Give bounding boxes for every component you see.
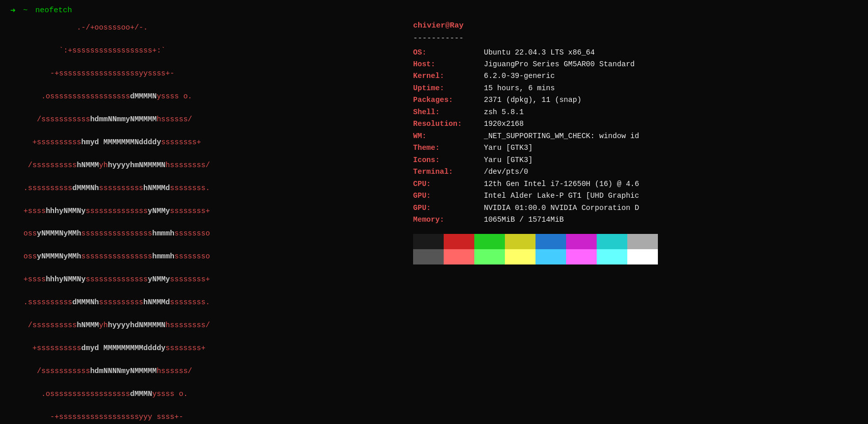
arrow-icon: ➜ (10, 5, 15, 16)
info-val: 2371 (dpkg), 11 (snap) (479, 94, 581, 105)
info-rows: OS: Ubuntu 22.04.3 LTS x86_64Host: Jigua… (413, 47, 858, 226)
color-block (597, 234, 627, 249)
color-block (474, 249, 505, 264)
tilde: ~ (18, 6, 28, 15)
info-row: Kernel: 6.2.0-39-generic (413, 70, 858, 82)
ascii-art: .-/+oossssoo+/-. `:+ssssssssssssssssss+:… (10, 20, 398, 424)
color-blocks (413, 234, 858, 264)
info-key: Uptime: (413, 83, 479, 94)
color-block (597, 249, 627, 264)
info-row: Theme: Yaru [GTK3] (413, 142, 858, 153)
info-key: Terminal: (413, 166, 479, 177)
color-block (566, 249, 597, 264)
info-key: Shell: (413, 107, 479, 118)
info-row: Host: JiguangPro Series GM5AR00 Standard (413, 59, 858, 70)
info-val: 12th Gen Intel i7-12650H (16) @ 4.6 (479, 178, 639, 190)
info-row: WM: _NET_SUPPORTING_WM_CHECK: window id (413, 130, 858, 142)
info-key: Memory: (413, 214, 479, 225)
color-block (535, 234, 566, 249)
info-key: GPU: (413, 202, 479, 214)
info-val: JiguangPro Series GM5AR00 Standard (479, 59, 635, 70)
info-key: Icons: (413, 154, 479, 166)
info-row: GPU: NVIDIA 01:00.0 NVIDIA Corporation D (413, 202, 858, 214)
color-block (413, 234, 444, 249)
info-key: GPU: (413, 190, 479, 201)
color-block (444, 234, 474, 249)
info-val: Ubuntu 22.04.3 LTS x86_64 (479, 47, 595, 58)
hostname: Ray (450, 21, 464, 30)
info-key: OS: (413, 47, 479, 58)
info-val: Yaru [GTK3] (479, 154, 532, 166)
terminal-window: ➜ ~ neofetch .-/+oossssoo+/-. `:+sssssss… (0, 0, 868, 424)
color-row-top (413, 234, 858, 249)
username-line: chivier@Ray (413, 20, 858, 32)
color-block (627, 234, 658, 249)
command-text: neofetch (31, 6, 72, 15)
info-val: Yaru [GTK3] (479, 142, 532, 153)
main-content: .-/+oossssoo+/-. `:+ssssssssssssssssss+:… (10, 20, 858, 424)
info-key: WM: (413, 130, 479, 142)
color-block (413, 249, 444, 264)
info-row: GPU: Intel Alder Lake-P GT1 [UHD Graphic (413, 190, 858, 201)
info-row: Icons: Yaru [GTK3] (413, 154, 858, 166)
info-row: OS: Ubuntu 22.04.3 LTS x86_64 (413, 47, 858, 58)
color-block (444, 249, 474, 264)
info-row: Uptime: 15 hours, 6 mins (413, 83, 858, 94)
info-val: _NET_SUPPORTING_WM_CHECK: window id (479, 130, 639, 142)
color-block (627, 249, 658, 264)
info-val: 1065MiB / 15714MiB (479, 214, 564, 225)
info-val: Intel Alder Lake-P GT1 [UHD Graphic (479, 190, 639, 201)
info-key: Kernel: (413, 70, 479, 82)
info-key: Theme: (413, 142, 479, 153)
at-sign: @ (445, 21, 450, 30)
info-row: Packages: 2371 (dpkg), 11 (snap) (413, 94, 858, 105)
username: chivier (413, 21, 445, 30)
info-val: /dev/pts/0 (479, 166, 528, 177)
info-key: Host: (413, 59, 479, 70)
info-row: Shell: zsh 5.8.1 (413, 107, 858, 118)
separator: ----------- (413, 33, 858, 44)
info-row: Memory: 1065MiB / 15714MiB (413, 214, 858, 225)
color-block (505, 249, 535, 264)
color-row-bottom (413, 249, 858, 264)
color-block (566, 234, 597, 249)
info-val: NVIDIA 01:00.0 NVIDIA Corporation D (479, 202, 639, 214)
color-block (535, 249, 566, 264)
info-val: 15 hours, 6 mins (479, 83, 555, 94)
info-row: CPU: 12th Gen Intel i7-12650H (16) @ 4.6 (413, 178, 858, 190)
info-val: zsh 5.8.1 (479, 107, 524, 118)
info-key: Packages: (413, 94, 479, 105)
prompt-line: ➜ ~ neofetch (10, 5, 858, 16)
color-block (474, 234, 505, 249)
info-panel: chivier@Ray ----------- OS: Ubuntu 22.04… (398, 20, 858, 424)
info-key: Resolution: (413, 118, 479, 129)
info-key: CPU: (413, 178, 479, 190)
info-row: Terminal: /dev/pts/0 (413, 166, 858, 177)
color-block (505, 234, 535, 249)
info-val: 6.2.0-39-generic (479, 70, 555, 82)
info-row: Resolution: 1920x2168 (413, 118, 858, 129)
info-val: 1920x2168 (479, 118, 524, 129)
